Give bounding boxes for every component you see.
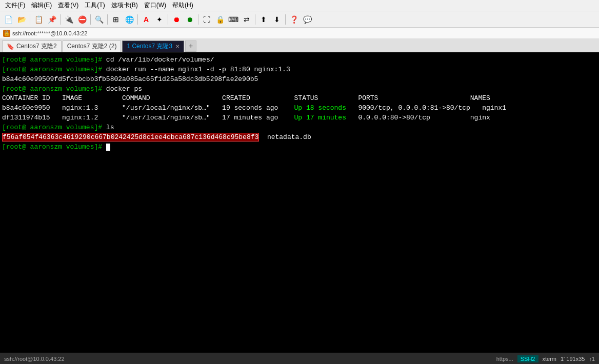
separator2 — [60, 14, 61, 25]
menu-file[interactable]: 文件(F) — [2, 0, 28, 11]
row1-id: b8a4c60e9950 — [2, 104, 62, 112]
term-line-5: [root@ aaronszm volumes]# ls — [2, 123, 597, 133]
cmd-5: ls — [106, 124, 114, 131]
statusbar-logo: https... — [496, 356, 513, 362]
statusbar-size-label: 1' 191x35 — [561, 356, 585, 362]
statusbar-right: https... SSH2 xterm 1' 191x35 ↑1 — [496, 355, 595, 362]
stop-button[interactable]: ⏺ — [170, 13, 183, 26]
paste-button[interactable]: 📌 — [46, 13, 58, 26]
menu-window[interactable]: 窗口(W) — [141, 0, 169, 11]
tab-close-icon[interactable]: ✕ — [175, 44, 179, 49]
tab-centos7-clone2[interactable]: 🔖 Centos7 克隆2 — [2, 41, 62, 52]
separator4 — [107, 14, 108, 25]
prompt-5: [root@ aaronszm volumes]# — [2, 124, 106, 131]
statusbar: ssh://root@10.0.0.43:22 https... SSH2 xt… — [0, 353, 599, 364]
prompt-2: [root@ aaronszm volumes]# — [2, 66, 106, 73]
col-created: CREATED — [222, 94, 294, 102]
term-line-3: b8a4c60e99509fd5fc1bcbb3fb5802a085ac65f1… — [2, 75, 597, 85]
separator5 — [137, 14, 138, 25]
open-button[interactable]: 📂 — [15, 13, 28, 26]
tabbar: 🔖 Centos7 克隆2 Centos7 克隆2 (2) 1 Centos7 … — [0, 39, 599, 52]
term-line-4: [root@ aaronszm volumes]# docker ps — [2, 85, 597, 94]
tab-add-button[interactable]: + — [185, 41, 196, 52]
cmd-4: docker ps — [106, 85, 142, 93]
row2-id: df1311974b15 — [2, 114, 62, 122]
color-button[interactable]: 🌐 — [123, 13, 135, 26]
term-line-2: [root@ aaronszm volumes]# docker run --n… — [2, 65, 597, 75]
tab-centos7-clone3[interactable]: 1 Centos7 克隆3 ✕ — [122, 41, 184, 52]
separator8 — [255, 14, 255, 25]
row2-ports: 0.0.0.0:80->80/tcp — [358, 114, 470, 122]
menu-edit[interactable]: 编辑(E) — [28, 0, 55, 11]
fullscreen-button[interactable]: ⛶ — [201, 13, 213, 26]
bold-button[interactable]: ✦ — [153, 13, 166, 26]
terminal[interactable]: [root@ aaronszm volumes]# cd /var/lib/do… — [0, 52, 599, 353]
menu-tools[interactable]: 工具(T) — [82, 0, 108, 11]
connect-button[interactable]: 🔌 — [63, 13, 75, 26]
disconnect-button[interactable]: ⛔ — [76, 13, 88, 26]
search-button[interactable]: 🔍 — [93, 13, 105, 26]
col-status: STATUS — [294, 94, 358, 102]
new-button[interactable]: 📄 — [2, 13, 14, 26]
cursor — [106, 144, 110, 151]
separator9 — [285, 14, 286, 25]
col-ports: PORTS — [358, 94, 470, 102]
term-line-6: [root@ aaronszm volumes]# — [2, 143, 597, 152]
lock-icon: 🔒 — [3, 30, 10, 37]
menu-view[interactable]: 查看(V) — [55, 0, 82, 11]
separator7 — [198, 14, 198, 25]
addressbar: 🔒 ssh://root:******@10.0.0.43:22 — [0, 28, 599, 39]
row1-ports: 9000/tcp, 0.0.0.0:81->80/tcp — [358, 104, 482, 112]
row2-status: Up 17 minutes — [294, 114, 358, 122]
download-button[interactable]: ⬇ — [271, 13, 283, 26]
term-line-1: [root@ aaronszm volumes]# cd /var/lib/do… — [2, 55, 597, 65]
term-line-ls: f56af054f46363c4619290c667b0242425d8c1ee… — [2, 133, 597, 143]
tab-centos7-clone3-label: 1 Centos7 克隆3 — [127, 42, 172, 51]
tab-centos7-clone2-2[interactable]: Centos7 克隆2 (2) — [63, 41, 122, 52]
prompt-4: [root@ aaronszm volumes]# — [2, 85, 106, 93]
tab-centos7-clone2-2-label: Centos7 克隆2 (2) — [67, 42, 117, 51]
tab-centos7-clone2-label: Centos7 克隆2 — [16, 42, 57, 51]
bookmark-icon: 🔖 — [7, 43, 14, 50]
row2-cmd: "/usr/local/nginx/sb…" — [122, 114, 222, 122]
statusbar-xterm-label: xterm — [543, 356, 557, 362]
upload-button[interactable]: ⬆ — [257, 13, 270, 26]
prompt-6: [root@ aaronszm volumes]# — [2, 143, 106, 151]
screen-button[interactable]: ⊞ — [110, 13, 122, 26]
col-containerid: CONTAINER ID — [2, 94, 62, 102]
toolbar: 📄 📂 📋 📌 🔌 ⛔ 🔍 ⊞ 🌐 A ✦ ⏺ ⏺ ⛶ 🔒 ⌨ ⇄ ⬆ ⬇ ❓ … — [0, 11, 599, 28]
address-text: ssh://root:******@10.0.0.43:22 — [12, 30, 87, 36]
copy-button[interactable]: 📋 — [32, 13, 45, 26]
record-button[interactable]: ⏺ — [184, 13, 196, 26]
row2-image: nginx:1.2 — [62, 114, 122, 122]
menu-help[interactable]: 帮助(H) — [169, 0, 196, 11]
row1-image: nginx:1.3 — [62, 104, 122, 112]
separator6 — [168, 14, 168, 25]
cmd-2: docker run --name nginx1 -d -p 81:80 ngi… — [106, 66, 290, 73]
menu-tabs[interactable]: 选项卡(B) — [108, 0, 141, 11]
help-button[interactable]: ❓ — [288, 13, 300, 26]
term-line-header: CONTAINER ID IMAGE COMMAND CREATED STATU… — [2, 94, 597, 104]
col-names: NAMES — [470, 94, 490, 102]
row1-cmd: "/usr/local/nginx/sb…" — [122, 104, 222, 112]
term-line-row1: b8a4c60e9950 nginx:1.3 "/usr/local/nginx… — [2, 104, 597, 113]
row1-names: nginx1 — [482, 104, 506, 112]
statusbar-address: ssh://root@10.0.0.43:22 — [4, 356, 65, 362]
row2-names: nginx — [470, 114, 490, 122]
keyboard-button[interactable]: ⌨ — [227, 13, 239, 26]
lock-button[interactable]: 🔒 — [214, 13, 226, 26]
menubar: 文件(F) 编辑(E) 查看(V) 工具(T) 选项卡(B) 窗口(W) 帮助(… — [0, 0, 599, 11]
separator1 — [30, 14, 30, 25]
info-button[interactable]: 💬 — [301, 13, 313, 26]
ls-normal-file: netadata.db — [259, 133, 311, 141]
term-line-row2: df1311974b15 nginx:1.2 "/usr/local/nginx… — [2, 113, 597, 123]
separator3 — [90, 14, 91, 25]
prompt-1: [root@ aaronszm volumes]# — [2, 56, 106, 64]
col-command: COMMAND — [122, 94, 222, 102]
transfer-button[interactable]: ⇄ — [241, 13, 253, 26]
col-image: IMAGE — [62, 94, 122, 102]
statusbar-icon: ↑1 — [589, 356, 595, 362]
font-button[interactable]: A — [140, 13, 152, 26]
cmd-1: cd /var/lib/docker/volumes/ — [106, 56, 214, 64]
row2-created: 17 minutes ago — [222, 114, 294, 122]
